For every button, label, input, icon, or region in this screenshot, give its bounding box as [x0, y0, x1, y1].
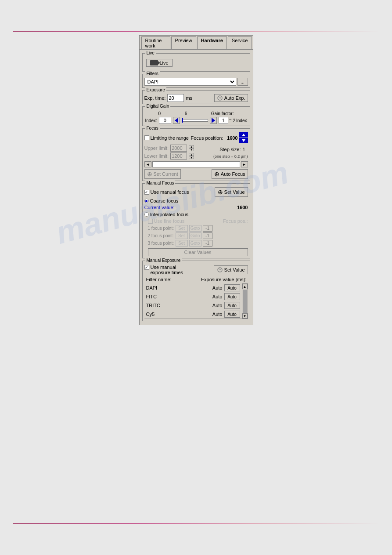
ms-label: ms: [186, 95, 192, 101]
mf-set-value-label: Set Value: [224, 189, 245, 195]
gain-factor-input[interactable]: [219, 117, 228, 124]
tab-preview[interactable]: Preview: [171, 36, 196, 49]
me-set-value-label: Set Value: [224, 267, 245, 272]
exposure-section-title: Exposure: [145, 87, 166, 92]
focus-section-title: Focus: [145, 126, 160, 131]
me-set-value-button[interactable]: Set Value: [214, 265, 248, 274]
fp1-label: 1 focus point:: [148, 226, 174, 231]
auto-focus-icon: ⊕: [214, 170, 219, 178]
mf-top-row: Use manual focus ⊕ Set Value: [144, 187, 248, 197]
digital-gain-section-title: Digital Gain: [145, 104, 171, 109]
filters-section: Filters DAPI FITC TRITC Cy5 ...: [142, 74, 250, 88]
gain-right-arrow[interactable]: [210, 117, 217, 124]
mf-set-value-button[interactable]: ⊕ Set Value: [215, 187, 248, 197]
focus-section: Focus Limiting the range Focus position:…: [142, 128, 250, 181]
step-size-row: Step size: 1: [219, 147, 248, 152]
tab-hardware[interactable]: Hardware: [197, 36, 227, 49]
bottom-decorative-line: [13, 523, 379, 524]
exp-time-input[interactable]: [167, 94, 184, 102]
camera-icon: [150, 60, 158, 65]
coarse-focus-label[interactable]: Coarse focus: [144, 198, 248, 203]
exp-auto-dapi: Auto: [209, 285, 223, 290]
filter-browse-button[interactable]: ...: [237, 78, 248, 86]
exposure-scrollbar[interactable]: ▲ ▼: [242, 283, 248, 319]
use-manual-focus-checkbox[interactable]: [144, 190, 149, 195]
exp-time-label: Exp. time:: [144, 95, 166, 101]
gain-left-arrow[interactable]: [173, 117, 180, 124]
set-current-icon: ⊕: [147, 170, 152, 178]
upper-limit-row: Upper limit: ▲ ▼: [144, 145, 194, 152]
manual-exposure-content: Use manual exposure times Set Value Filt…: [144, 265, 248, 319]
upper-limit-up[interactable]: ▲: [189, 145, 194, 148]
auto-focus-button[interactable]: ⊕ Auto Focus: [212, 169, 248, 179]
fp1-value-input: [203, 225, 212, 232]
focus-point-3-row: 3 focus point: Set Goto: [148, 240, 248, 247]
focus-down-button[interactable]: [239, 138, 248, 143]
limits-col: Upper limit: ▲ ▼ Lower limit: ▲: [144, 145, 194, 160]
gain-factor-label: Gain factor:: [211, 111, 234, 116]
exposure-row: Exp. time: ms Auto Exp.: [144, 94, 248, 102]
use-manual-focus-label[interactable]: Use manual focus: [144, 189, 189, 195]
exp-filter-cy5: Cy5: [146, 312, 173, 317]
exposure-val-col-header: Exposure value [ms]:: [201, 277, 246, 282]
focus-up-icon: [241, 133, 246, 137]
use-manual-exposure-label[interactable]: Use manual exposure times: [144, 265, 183, 275]
upper-limit-down[interactable]: ▼: [189, 148, 194, 151]
focus-slider-right[interactable]: ►: [241, 161, 248, 167]
focus-slider[interactable]: [152, 161, 240, 167]
fp3-label: 3 focus point:: [148, 241, 174, 246]
filter-select[interactable]: DAPI FITC TRITC Cy5: [144, 78, 236, 86]
exp-filter-tritc: TRITC: [146, 303, 173, 308]
limit-range-checkbox[interactable]: [144, 135, 149, 140]
coarse-focus-row: Coarse focus: [144, 198, 248, 203]
fp3-goto-button: Goto: [189, 240, 201, 247]
set-current-button[interactable]: ⊕ Set Current: [144, 169, 181, 179]
limit-range-text: Limiting the range: [151, 135, 189, 141]
lower-limit-up[interactable]: ▲: [189, 153, 194, 156]
me-top-row: Use manual exposure times Set Value: [144, 265, 248, 275]
tabs-bar: Routine work Preview Hardware Service: [140, 36, 253, 50]
focus-up-down-btns: [239, 132, 248, 143]
lower-limit-down[interactable]: ▼: [189, 156, 194, 159]
svg-marker-2: [242, 139, 245, 142]
scroll-thumb: [243, 290, 247, 313]
exp-auto-btn-cy5[interactable]: Auto: [224, 311, 240, 318]
exposure-section: Exposure Exp. time: ms Auto Exp.: [142, 90, 250, 104]
gain-index-input[interactable]: [159, 117, 171, 124]
exp-auto-btn-dapi[interactable]: Auto: [224, 284, 240, 291]
exp-auto-btn-tritc[interactable]: Auto: [224, 302, 240, 309]
gain-slider-track[interactable]: [182, 119, 208, 122]
gain-index-suffix: Index: [236, 118, 247, 123]
interpolated-focus-radio[interactable]: [144, 212, 149, 217]
focus-slider-left[interactable]: ◄: [144, 161, 151, 167]
scroll-up-arrow[interactable]: ▲: [242, 284, 248, 289]
use-manual-focus-text: Use manual focus: [151, 189, 189, 195]
tab-routine-work[interactable]: Routine work: [141, 36, 170, 49]
auto-exp-button[interactable]: Auto Exp.: [214, 94, 248, 102]
manual-exposure-section: Manual Exposure Use manual exposure time…: [142, 261, 250, 321]
focus-point-2-row: 2 focus point: Set Goto: [148, 232, 248, 239]
top-decorative-line: [13, 31, 379, 32]
live-button[interactable]: Live: [146, 59, 173, 67]
step-col: Step size: 1 (one step = 0.2 µm): [198, 145, 248, 160]
limit-range-label[interactable]: Limiting the range: [144, 135, 189, 141]
exp-row-tritc: TRITC Auto Auto: [144, 301, 242, 310]
scroll-down-arrow[interactable]: ▼: [242, 313, 248, 319]
interpolated-focus-label[interactable]: Interpolated focus: [144, 212, 248, 217]
step-size-value: 1: [243, 147, 248, 152]
focus-point-1-row: 1 focus point: Set Goto: [148, 225, 248, 232]
lower-limit-row: Lower limit: ▲ ▼: [144, 152, 194, 160]
gain-scale-0: 0: [158, 111, 161, 116]
manual-exposure-section-title: Manual Exposure: [145, 258, 182, 263]
exp-row-dapi: DAPI Auto Auto: [144, 283, 242, 292]
use-manual-exposure-checkbox[interactable]: [144, 265, 149, 270]
coarse-focus-radio[interactable]: [144, 199, 149, 203]
exp-auto-btn-fitc[interactable]: Auto: [224, 293, 240, 300]
focus-content: Limiting the range Focus position: 1600: [144, 132, 248, 179]
manual-focus-content: Use manual focus ⊕ Set Value Coarse focu…: [144, 187, 248, 256]
focus-up-button[interactable]: [239, 132, 248, 138]
filters-section-title: Filters: [145, 71, 160, 76]
interpolated-focus-section: Interpolated focus Use fine focus Focus …: [144, 212, 248, 256]
fp2-label: 2 focus point:: [148, 233, 174, 238]
tab-service[interactable]: Service: [228, 36, 252, 49]
